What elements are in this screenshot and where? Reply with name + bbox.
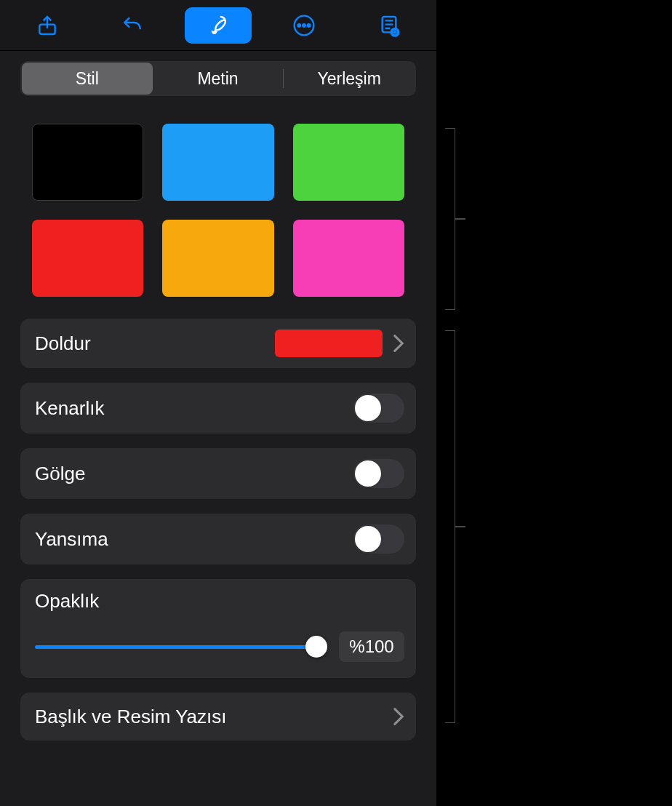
document-settings-button[interactable] bbox=[356, 7, 423, 44]
more-icon bbox=[292, 14, 316, 37]
undo-icon bbox=[121, 14, 144, 37]
format-button[interactable] bbox=[185, 7, 252, 44]
opacity-row: Opaklık %100 bbox=[20, 579, 416, 678]
opacity-value[interactable]: %100 bbox=[339, 631, 404, 662]
switch-knob bbox=[355, 526, 381, 552]
more-button[interactable] bbox=[271, 7, 337, 44]
switch-knob bbox=[355, 460, 381, 487]
switch-knob bbox=[355, 395, 381, 421]
swatch-red[interactable] bbox=[32, 220, 143, 297]
tab-text[interactable]: Metin bbox=[153, 63, 284, 95]
opacity-label: Opaklık bbox=[35, 590, 404, 613]
tab-style[interactable]: Stil bbox=[22, 63, 153, 95]
reflection-row: Yansıma bbox=[20, 514, 416, 564]
tab-arrange[interactable]: Yerleşim bbox=[284, 63, 415, 95]
panel-body: Stil Metin Yerleşim Doldur Kenarlık bbox=[0, 51, 436, 741]
swatch-blue[interactable] bbox=[162, 124, 273, 201]
reflection-switch[interactable] bbox=[353, 524, 404, 554]
callout-tick bbox=[455, 218, 465, 220]
undo-button[interactable] bbox=[99, 7, 166, 44]
style-swatch-grid bbox=[10, 113, 426, 319]
fill-color-preview bbox=[275, 330, 383, 357]
swatch-green[interactable] bbox=[293, 124, 404, 201]
brush-icon bbox=[207, 14, 230, 37]
svg-point-4 bbox=[308, 24, 310, 26]
format-panel: Stil Metin Yerleşim Doldur Kenarlık bbox=[0, 0, 436, 806]
swatch-pink[interactable] bbox=[293, 220, 404, 297]
segmented-control: Stil Metin Yerleşim bbox=[20, 61, 416, 96]
share-icon bbox=[36, 14, 59, 37]
svg-point-8 bbox=[394, 31, 396, 33]
title-caption-label: Başlık ve Resim Yazısı bbox=[35, 706, 393, 728]
shadow-label: Gölge bbox=[35, 463, 353, 485]
toolbar bbox=[0, 0, 436, 51]
svg-point-3 bbox=[303, 24, 305, 26]
swatch-black[interactable] bbox=[32, 124, 143, 201]
border-switch[interactable] bbox=[353, 394, 404, 423]
share-button[interactable] bbox=[14, 7, 81, 44]
fill-label: Doldur bbox=[35, 332, 275, 355]
border-label: Kenarlık bbox=[35, 397, 353, 420]
document-icon bbox=[377, 14, 401, 37]
callout-bracket-swatches bbox=[445, 128, 455, 310]
fill-row[interactable]: Doldur bbox=[20, 319, 416, 368]
chevron-right-icon bbox=[393, 334, 404, 353]
slider-thumb[interactable] bbox=[305, 636, 327, 658]
shadow-switch[interactable] bbox=[353, 459, 404, 488]
reflection-label: Yansıma bbox=[35, 528, 353, 551]
callout-bracket-controls bbox=[445, 330, 455, 723]
callout-tick bbox=[455, 526, 465, 527]
chevron-right-icon bbox=[393, 707, 404, 726]
opacity-controls: %100 bbox=[35, 631, 404, 662]
shadow-row: Gölge bbox=[20, 448, 416, 499]
swatch-orange[interactable] bbox=[162, 220, 273, 297]
slider-track bbox=[35, 645, 326, 649]
opacity-slider[interactable] bbox=[35, 636, 326, 658]
title-caption-row[interactable]: Başlık ve Resim Yazısı bbox=[20, 693, 416, 741]
border-row: Kenarlık bbox=[20, 383, 416, 434]
callouts-area bbox=[436, 0, 672, 806]
svg-point-2 bbox=[297, 24, 300, 26]
